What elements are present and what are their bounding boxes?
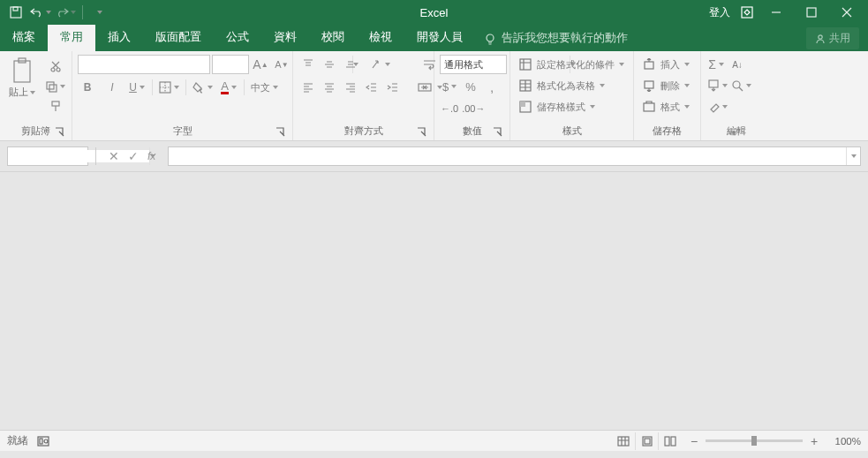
fill-button[interactable]: [706, 76, 728, 95]
format-painter-button[interactable]: [44, 97, 66, 116]
dialog-launcher-icon[interactable]: [416, 126, 428, 139]
phonetic-button[interactable]: 中文: [250, 78, 279, 97]
tell-me-search[interactable]: 告訴我您想要執行的動作: [475, 26, 637, 51]
underline-button[interactable]: U: [127, 78, 147, 97]
sort-filter-button[interactable]: A↓: [728, 55, 747, 74]
font-name-combo[interactable]: [78, 55, 210, 74]
zoom-slider[interactable]: [706, 439, 803, 442]
page-layout-view-button[interactable]: [635, 432, 658, 450]
increase-font-button[interactable]: A▲: [251, 55, 270, 74]
svg-rect-31: [671, 437, 676, 446]
tab-file[interactable]: 檔案: [0, 25, 48, 51]
dialog-launcher-icon[interactable]: [54, 126, 66, 139]
conditional-formatting-button[interactable]: 設定格式化的條件: [516, 55, 628, 74]
insert-cells-button[interactable]: 插入: [639, 55, 692, 74]
tab-developer[interactable]: 開發人員: [404, 25, 475, 51]
font-size-combo[interactable]: [212, 55, 249, 74]
format-as-table-button[interactable]: 格式化為表格: [516, 76, 628, 95]
orientation-button[interactable]: [369, 55, 391, 74]
save-button[interactable]: [5, 2, 26, 23]
group-number-label: 數值: [463, 125, 482, 136]
percent-format-button[interactable]: %: [461, 77, 480, 96]
cut-button[interactable]: [44, 56, 66, 76]
clear-button[interactable]: [706, 97, 728, 116]
minimize-button[interactable]: [759, 0, 794, 25]
table-icon: [519, 79, 532, 92]
autosum-button[interactable]: Σ: [706, 55, 726, 74]
font-color-button[interactable]: A: [219, 78, 238, 97]
border-icon: [159, 81, 171, 94]
align-center-button[interactable]: [320, 78, 339, 97]
insert-function-button[interactable]: fx: [147, 150, 155, 162]
font-name-input[interactable]: [79, 56, 218, 73]
zoom-out-button[interactable]: −: [688, 435, 700, 447]
delete-cells-button[interactable]: 刪除: [639, 76, 692, 95]
tab-data[interactable]: 資料: [261, 25, 309, 51]
quick-access-toolbar: [0, 2, 110, 23]
person-icon: [815, 34, 826, 44]
cell-styles-button[interactable]: 儲存格樣式: [516, 97, 628, 116]
redo-button[interactable]: [55, 2, 76, 23]
decrease-font-button[interactable]: A▼: [272, 55, 291, 74]
increase-indent-button[interactable]: [383, 78, 403, 97]
ribbon-display-options-button[interactable]: [741, 6, 753, 19]
fill-color-button[interactable]: [192, 78, 214, 97]
svg-point-4: [487, 34, 494, 41]
worksheet-area[interactable]: [0, 172, 868, 430]
comma-format-button[interactable]: ,: [482, 77, 502, 96]
borders-button[interactable]: [158, 78, 180, 97]
svg-rect-11: [49, 85, 57, 92]
tab-formulas[interactable]: 公式: [214, 25, 261, 51]
paste-button[interactable]: 貼上: [5, 55, 39, 99]
accounting-format-button[interactable]: $: [440, 77, 459, 96]
align-middle-button[interactable]: [320, 55, 339, 74]
macro-record-button[interactable]: [37, 435, 49, 447]
close-button[interactable]: [829, 0, 864, 25]
svg-point-8: [51, 68, 55, 71]
svg-rect-21: [644, 103, 654, 111]
find-select-button[interactable]: [730, 76, 752, 95]
italic-button[interactable]: I: [102, 78, 122, 97]
zoom-percent[interactable]: 100%: [826, 436, 861, 447]
zoom-in-button[interactable]: +: [808, 435, 820, 447]
number-format-combo[interactable]: [440, 55, 507, 74]
align-left-button[interactable]: [298, 78, 318, 97]
share-button[interactable]: 共用: [806, 27, 859, 49]
expand-formula-bar-button[interactable]: [846, 147, 860, 165]
formula-input[interactable]: [169, 150, 846, 163]
page-break-view-button[interactable]: [658, 432, 681, 450]
lightbulb-icon: [484, 33, 496, 45]
increase-decimal-button[interactable]: ←.0: [440, 99, 459, 118]
svg-rect-10: [47, 82, 54, 89]
align-top-button[interactable]: [298, 55, 318, 74]
maximize-button[interactable]: [794, 0, 829, 25]
dialog-launcher-icon[interactable]: [492, 126, 504, 139]
cell-styles-icon: [519, 101, 532, 113]
decrease-decimal-button[interactable]: .00→: [461, 99, 486, 118]
tab-review[interactable]: 校閱: [309, 25, 357, 51]
tab-page-layout[interactable]: 版面配置: [143, 25, 214, 51]
eraser-icon: [707, 101, 720, 113]
svg-rect-25: [40, 439, 42, 444]
dialog-launcher-icon[interactable]: [275, 126, 287, 139]
tab-view[interactable]: 檢視: [357, 25, 404, 51]
undo-button[interactable]: [30, 2, 51, 23]
format-cells-button[interactable]: 格式: [639, 97, 692, 116]
align-bottom-button[interactable]: [341, 55, 360, 74]
sign-in-button[interactable]: 登入: [704, 5, 736, 20]
name-box[interactable]: [7, 146, 88, 166]
tab-home[interactable]: 常用: [48, 25, 95, 51]
cancel-formula-button[interactable]: ✕: [109, 149, 119, 163]
tab-insert[interactable]: 插入: [95, 25, 143, 51]
status-ready: 就緒: [7, 434, 28, 447]
decrease-indent-button[interactable]: [362, 78, 381, 97]
bold-button[interactable]: B: [78, 78, 97, 97]
app-title: Excel: [420, 6, 449, 19]
paintbrush-icon: [49, 101, 62, 113]
align-right-button[interactable]: [341, 78, 360, 97]
qat-customize-button[interactable]: [89, 2, 110, 23]
copy-button[interactable]: [44, 77, 66, 96]
orientation-icon: [370, 58, 382, 71]
enter-formula-button[interactable]: ✓: [128, 149, 139, 163]
normal-view-button[interactable]: [612, 432, 635, 450]
